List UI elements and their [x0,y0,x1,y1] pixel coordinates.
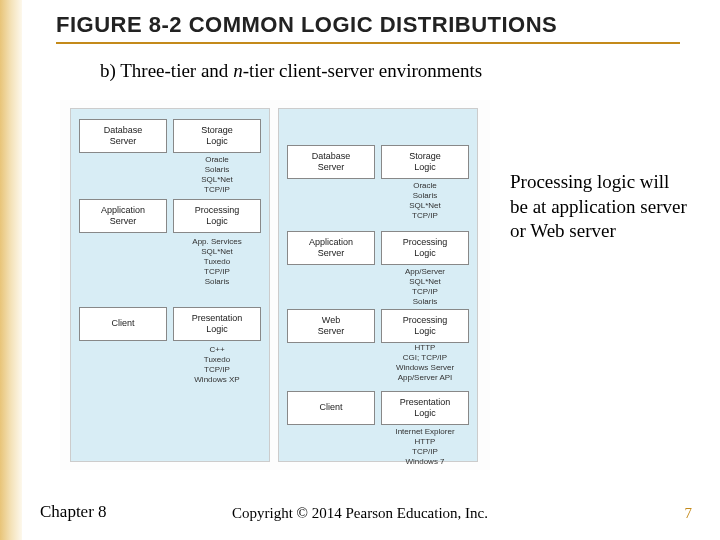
slide: FIGURE 8-2 COMMON LOGIC DISTRIBUTIONS b)… [0,0,720,540]
subtitle: b) Three-tier and n-tier client-server e… [100,60,482,82]
row-db-r: DatabaseServer StorageLogic [287,145,469,179]
stack-client: C++TuxedoTCP/IPWindows XP [79,345,261,385]
stack-db-text: OracleSolarisSQL*NetTCP/IP [173,155,261,195]
row-web: WebServer ProcessingLogic [287,309,469,343]
box-client: Client [79,307,167,341]
three-tier-panel: DatabaseServer StorageLogic OracleSolari… [70,108,270,462]
box-app-server-r: ApplicationServer [287,231,375,265]
row-db: DatabaseServer StorageLogic [79,119,261,153]
stack-client-r-text: Internet ExplorerHTTPTCP/IPWindows 7 [381,427,469,467]
diagram-image: DatabaseServer StorageLogic OracleSolari… [60,100,490,470]
row-app-r: ApplicationServer ProcessingLogic [287,231,469,265]
stack-app: App. ServicesSQL*NetTuxedoTCP/IPSolaris [79,237,261,287]
stack-app-text: App. ServicesSQL*NetTuxedoTCP/IPSolaris [173,237,261,287]
title-area: FIGURE 8-2 COMMON LOGIC DISTRIBUTIONS [56,12,680,44]
stack-client-text: C++TuxedoTCP/IPWindows XP [173,345,261,385]
page-number: 7 [685,505,693,522]
n-tier-panel: DatabaseServer StorageLogic OracleSolari… [278,108,478,462]
stack-db-r: OracleSolarisSQL*NetTCP/IP [287,181,469,221]
copyright-text: Copyright © 2014 Pearson Education, Inc. [0,505,720,522]
box-presentation-logic: PresentationLogic [173,307,261,341]
box-processing-logic: ProcessingLogic [173,199,261,233]
box-client-r: Client [287,391,375,425]
subtitle-italic: n [233,60,243,81]
stack-client-r: Internet ExplorerHTTPTCP/IPWindows 7 [287,427,469,467]
stack-app-r: App/ServerSQL*NetTCP/IPSolaris [287,267,469,307]
figure-title: FIGURE 8-2 COMMON LOGIC DISTRIBUTIONS [56,12,680,38]
left-gradient [0,0,22,540]
callout-text: Processing logic will be at application … [510,170,690,244]
row-app: ApplicationServer ProcessingLogic [79,199,261,233]
box-processing-logic-web: ProcessingLogic [381,309,469,343]
row-client: Client PresentationLogic [79,307,261,341]
stack-db: OracleSolarisSQL*NetTCP/IP [79,155,261,195]
box-db-server-r: DatabaseServer [287,145,375,179]
box-db-server: DatabaseServer [79,119,167,153]
box-processing-logic-r: ProcessingLogic [381,231,469,265]
stack-db-r-text: OracleSolarisSQL*NetTCP/IP [381,181,469,221]
subtitle-suffix: -tier client-server environments [243,60,483,81]
stack-web: HTTPCGI; TCP/IPWindows ServerApp/Server … [287,343,469,383]
box-app-server: ApplicationServer [79,199,167,233]
subtitle-prefix: b) Three-tier and [100,60,233,81]
row-client-r: Client PresentationLogic [287,391,469,425]
box-storage-logic-r: StorageLogic [381,145,469,179]
box-storage-logic: StorageLogic [173,119,261,153]
box-web-server: WebServer [287,309,375,343]
title-underline [56,42,680,44]
stack-app-r-text: App/ServerSQL*NetTCP/IPSolaris [381,267,469,307]
stack-web-text: HTTPCGI; TCP/IPWindows ServerApp/Server … [381,343,469,383]
box-presentation-logic-r: PresentationLogic [381,391,469,425]
